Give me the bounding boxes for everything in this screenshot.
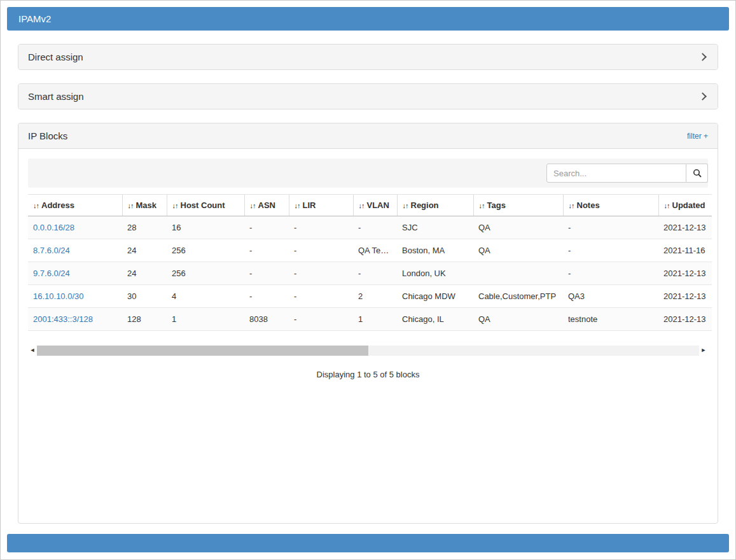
cell-host-count: 256 bbox=[167, 262, 244, 285]
address-link[interactable]: 8.7.6.0/24 bbox=[33, 246, 70, 255]
table-toolbar bbox=[28, 158, 708, 188]
cell-address: 2001:433::3/128 bbox=[28, 308, 122, 331]
cell-asn: - bbox=[244, 262, 289, 285]
cell-updated: 2021-12-13 bbox=[658, 308, 712, 331]
scrollbar-track[interactable] bbox=[37, 346, 699, 356]
cell-updated: 2021-12-13 bbox=[658, 262, 712, 285]
cell-mask: 30 bbox=[122, 285, 167, 308]
cell-asn: - bbox=[244, 216, 289, 239]
column-label: Host Count bbox=[181, 200, 225, 210]
sort-icon: ↓↑ bbox=[128, 202, 134, 209]
cell-updated: 2021-12-13 bbox=[658, 285, 712, 308]
column-label: ASN bbox=[258, 200, 275, 210]
cell-vlan: - bbox=[353, 262, 397, 285]
table-row: 0.0.0.16/28 28 16 - - - SJC QA - 2021-12… bbox=[28, 216, 712, 239]
cell-notes: QA3 bbox=[563, 285, 658, 308]
horizontal-scrollbar: ◄ ► bbox=[28, 345, 708, 356]
table-row: 9.7.6.0/24 24 256 - - - London, UK - 202… bbox=[28, 262, 712, 285]
cell-mask: 128 bbox=[122, 308, 167, 331]
filter-link[interactable]: filter + bbox=[687, 132, 708, 141]
footer-bar bbox=[7, 534, 729, 552]
column-label: Notes bbox=[577, 200, 600, 210]
ip-blocks-title: IP Blocks bbox=[28, 130, 67, 141]
sort-icon: ↓↑ bbox=[295, 202, 300, 209]
cell-tags: Cable,Customer,PTP bbox=[473, 285, 563, 308]
sort-icon: ↓↑ bbox=[479, 202, 485, 209]
scroll-left-icon[interactable]: ◄ bbox=[28, 345, 37, 356]
chevron-right-icon bbox=[698, 92, 707, 101]
cell-tags: QA bbox=[473, 239, 563, 262]
cell-region: Boston, MA bbox=[397, 239, 473, 262]
column-header-lir[interactable]: ↓↑LIR bbox=[289, 195, 353, 216]
search-input[interactable] bbox=[546, 164, 686, 183]
address-link[interactable]: 16.10.10.0/30 bbox=[33, 291, 84, 301]
ip-blocks-panel: IP Blocks filter + bbox=[18, 123, 718, 524]
sort-icon: ↓↑ bbox=[359, 202, 365, 209]
address-link[interactable]: 9.7.6.0/24 bbox=[33, 269, 70, 278]
smart-assign-label: Smart assign bbox=[28, 91, 84, 102]
address-link[interactable]: 0.0.0.16/28 bbox=[33, 223, 74, 232]
column-label: Mask bbox=[136, 200, 157, 210]
address-link[interactable]: 2001:433::3/128 bbox=[33, 314, 93, 324]
main-content: Direct assign Smart assign IP Blocks fil… bbox=[7, 31, 729, 521]
cell-updated: 2021-11-16 bbox=[658, 239, 712, 262]
direct-assign-header[interactable]: Direct assign bbox=[18, 45, 718, 69]
column-header-region[interactable]: ↓↑Region bbox=[397, 195, 473, 216]
column-label: Address bbox=[41, 200, 74, 210]
column-label: Tags bbox=[487, 200, 506, 210]
column-label: VLAN bbox=[367, 200, 389, 210]
cell-vlan: 2 bbox=[353, 285, 397, 308]
table-row: 16.10.10.0/30 30 4 - - 2 Chicago MDW Cab… bbox=[28, 285, 712, 308]
scrollbar-thumb[interactable] bbox=[37, 346, 368, 356]
smart-assign-panel: Smart assign bbox=[18, 83, 718, 109]
sort-icon: ↓↑ bbox=[569, 202, 574, 209]
cell-vlan: - bbox=[353, 216, 397, 239]
column-header-host-count[interactable]: ↓↑Host Count bbox=[167, 195, 244, 216]
table-header-row: ↓↑Address ↓↑Mask ↓↑Host Count ↓↑ASN ↓↑LI… bbox=[28, 195, 712, 216]
navbar: IPAMv2 bbox=[7, 7, 729, 31]
cell-asn: 8038 bbox=[244, 308, 289, 331]
ip-blocks-header: IP Blocks filter + bbox=[18, 123, 718, 149]
column-header-vlan[interactable]: ↓↑VLAN bbox=[353, 195, 397, 216]
cell-asn: - bbox=[244, 239, 289, 262]
smart-assign-header[interactable]: Smart assign bbox=[18, 84, 718, 109]
cell-region: Chicago, IL bbox=[397, 308, 473, 331]
sort-icon: ↓↑ bbox=[403, 202, 408, 209]
cell-tags: QA bbox=[473, 308, 563, 331]
cell-region: London, UK bbox=[397, 262, 473, 285]
cell-vlan: QA Test 1 bbox=[353, 239, 397, 262]
cell-address: 16.10.10.0/30 bbox=[28, 285, 122, 308]
column-label: Updated bbox=[672, 200, 705, 210]
column-header-notes[interactable]: ↓↑Notes bbox=[563, 195, 658, 216]
sort-icon: ↓↑ bbox=[664, 202, 670, 209]
search-button[interactable] bbox=[686, 164, 708, 183]
cell-notes: testnote bbox=[563, 308, 658, 331]
cell-address: 8.7.6.0/24 bbox=[28, 239, 122, 262]
ip-blocks-table: ↓↑Address ↓↑Mask ↓↑Host Count ↓↑ASN ↓↑LI… bbox=[28, 194, 712, 331]
cell-asn: - bbox=[244, 285, 289, 308]
column-header-updated[interactable]: ↓↑Updated bbox=[658, 195, 712, 216]
column-header-mask[interactable]: ↓↑Mask bbox=[122, 195, 167, 216]
cell-lir: - bbox=[289, 262, 353, 285]
cell-lir: - bbox=[289, 239, 353, 262]
ip-blocks-body: ↓↑Address ↓↑Mask ↓↑Host Count ↓↑ASN ↓↑LI… bbox=[18, 149, 718, 523]
cell-lir: - bbox=[289, 308, 353, 331]
cell-updated: 2021-12-13 bbox=[658, 216, 712, 239]
table-row: 8.7.6.0/24 24 256 - - QA Test 1 Boston, … bbox=[28, 239, 712, 262]
search-icon bbox=[693, 169, 702, 178]
column-header-asn[interactable]: ↓↑ASN bbox=[244, 195, 289, 216]
chevron-right-icon bbox=[698, 53, 707, 61]
cell-address: 0.0.0.16/28 bbox=[28, 216, 122, 239]
cell-mask: 24 bbox=[122, 262, 167, 285]
cell-lir: - bbox=[289, 285, 353, 308]
table-row: 2001:433::3/128 128 1 8038 - 1 Chicago, … bbox=[28, 308, 712, 331]
app-title: IPAMv2 bbox=[18, 13, 51, 24]
column-label: LIR bbox=[303, 200, 316, 210]
column-header-address[interactable]: ↓↑Address bbox=[28, 195, 122, 216]
column-header-tags[interactable]: ↓↑Tags bbox=[473, 195, 563, 216]
cell-host-count: 16 bbox=[167, 216, 244, 239]
sort-icon: ↓↑ bbox=[250, 202, 256, 209]
scroll-right-icon[interactable]: ► bbox=[699, 345, 708, 356]
cell-tags: QA bbox=[473, 216, 563, 239]
cell-region: SJC bbox=[397, 216, 473, 239]
